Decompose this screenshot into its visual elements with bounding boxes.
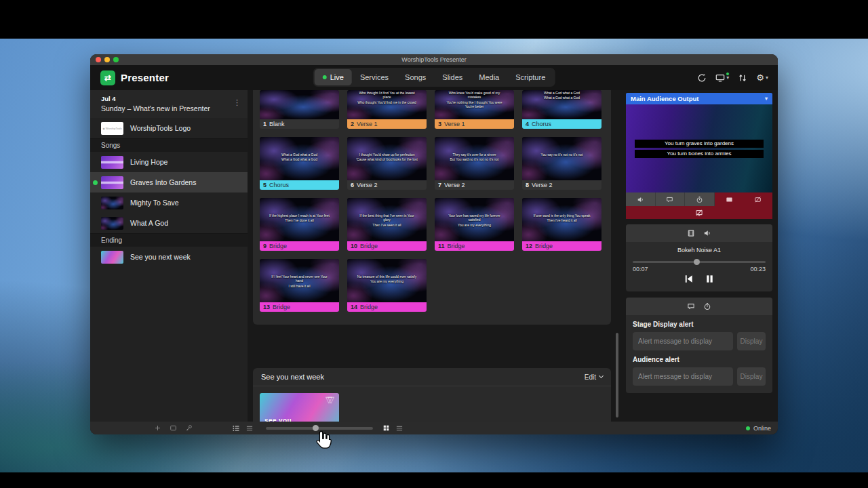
sidebar-item-mighty-to-save[interactable]: Mighty To Save xyxy=(90,192,248,213)
slide-thumbnail: What a God what a GodWhat a God what a G… xyxy=(260,137,339,180)
sort-arrows-icon[interactable] xyxy=(738,73,747,83)
sidebar-item-see-you-next-week[interactable]: See you next week xyxy=(90,247,248,267)
tools-button[interactable] xyxy=(185,424,193,432)
slide-1-blank[interactable]: 1Blank xyxy=(260,90,339,129)
service-header[interactable]: Jul 4 Sunday – What's new in Presenter ⋮ xyxy=(90,90,248,118)
slide-4-chorus[interactable]: What a God what a GodWhat a God what a G… xyxy=(522,90,601,129)
tab-media[interactable]: Media xyxy=(471,69,507,85)
app-window: WorshipTools Presenter ⇄ Presenter LiveS… xyxy=(90,54,778,434)
slide-lyrics: What a God what a GodWhat a God what a G… xyxy=(262,153,337,163)
sidebar-item-worshiptools-logo[interactable]: ◉ WorshipToolsWorshipTools Logo xyxy=(90,118,248,138)
stage-alert-input[interactable] xyxy=(633,332,733,350)
chevron-down-icon: ▾ xyxy=(765,96,768,102)
blank-slide-button[interactable] xyxy=(170,424,177,432)
thumbnail-size-slider[interactable] xyxy=(266,425,373,431)
slide-3-verse-1[interactable]: Who knew You'd make good of my mistakesY… xyxy=(435,90,514,129)
slide-label: 7Verse 2 xyxy=(435,180,514,190)
compact-list-view-button[interactable] xyxy=(245,424,254,432)
slide-2-verse-1[interactable]: Who thought I'd find You at the lowest p… xyxy=(347,90,427,129)
slide-label: 11Bridge xyxy=(435,241,514,251)
tab-live[interactable]: Live xyxy=(315,69,352,85)
tab-slides[interactable]: Slides xyxy=(434,69,471,85)
chat-bubble-toggle[interactable] xyxy=(656,192,686,206)
header-actions: ▾⚙▾ xyxy=(697,65,768,90)
detailed-list-view-button[interactable] xyxy=(232,424,240,432)
clear-all-button[interactable] xyxy=(626,206,772,219)
song-title: Living Hope xyxy=(130,158,167,166)
window-titlebar[interactable]: WorshipTools Presenter xyxy=(90,54,778,65)
service-date: Jul 4 xyxy=(101,95,239,102)
slide-label: 9Bridge xyxy=(260,241,339,251)
tab-songs[interactable]: Songs xyxy=(397,69,434,85)
slide-9-bridge[interactable]: If the highest place I reach is at Your … xyxy=(260,198,339,251)
slide-label: 6Verse 2 xyxy=(347,180,427,190)
slide-lyrics: Who thought I'd find You at the lowest p… xyxy=(349,92,425,106)
list-view-button[interactable] xyxy=(395,424,403,432)
vertical-scrollbar[interactable] xyxy=(616,333,618,418)
slide-thumbnail: Who thought I'd find You at the lowest p… xyxy=(347,90,427,119)
output-lyric-line: You turn graves into gardens xyxy=(665,140,734,146)
sidebar-item-what-a-god[interactable]: What A God xyxy=(90,213,248,233)
edit-dropdown[interactable]: Edit xyxy=(585,373,603,381)
chevron-down-icon xyxy=(599,373,604,378)
slide-6-verse-2[interactable]: I thought You'd show up for perfection'C… xyxy=(347,137,427,190)
screen: { "window": { "title": "WorshipTools Pre… xyxy=(0,0,868,488)
add-button[interactable] xyxy=(154,424,161,432)
sync-icon[interactable] xyxy=(697,73,707,83)
audience-output-preview: You turn graves into gardens You turn bo… xyxy=(626,104,772,192)
service-title: Sunday – What's new in Presenter xyxy=(101,104,239,113)
audience-alert-display-button[interactable]: Display xyxy=(737,367,766,386)
slide-14-bridge[interactable]: No treasure of this life could ever sati… xyxy=(347,259,427,312)
stage-alert-display-button[interactable]: Display xyxy=(737,332,766,350)
slide-12-bridge[interactable]: If one word is the only thing You speakT… xyxy=(522,198,601,251)
song-thumbnail xyxy=(101,251,123,264)
grid-view-button[interactable] xyxy=(382,424,390,432)
alerts-card: Stage Display alert Display Audience ale… xyxy=(626,298,772,393)
sidebar-item-graves-into-gardens[interactable]: Graves Into Gardens xyxy=(90,172,248,192)
pause-button[interactable] xyxy=(705,274,715,284)
audience-alert-title: Audience alert xyxy=(633,356,766,363)
output-header[interactable]: Main Audience Output ▾ xyxy=(626,93,772,104)
audio-duration: 00:23 xyxy=(750,266,766,272)
skip-back-button[interactable] xyxy=(684,274,694,284)
slide-lyrics: If the best thing that I've seen is Your… xyxy=(349,214,425,228)
service-sidebar: Jul 4 Sunday – What's new in Presenter ⋮… xyxy=(90,90,248,422)
slide-thumbnail: If the highest place I reach is at Your … xyxy=(260,198,339,241)
slide-11-bridge[interactable]: Your love has saved my life forever sati… xyxy=(435,198,514,251)
slide-lyrics: What a God what a GodWhat a God what a G… xyxy=(524,92,599,101)
slide-label: 4Chorus xyxy=(522,119,601,129)
slide-13-bridge[interactable]: If I feel Your heart and never see Your … xyxy=(260,259,339,312)
slide-thumbnail: Who knew You'd make good of my mistakesY… xyxy=(435,90,514,119)
slide-label: 8Verse 2 xyxy=(522,180,601,190)
settings-gear-icon[interactable]: ⚙▾ xyxy=(756,73,768,83)
app-header: ⇄ Presenter LiveServicesSongsSlidesMedia… xyxy=(90,65,778,90)
song-thumbnail xyxy=(101,176,123,189)
main-tabs: LiveServicesSongsSlidesMediaScripture xyxy=(313,68,555,87)
slide-thumbnail: If the best thing that I've seen is Your… xyxy=(347,198,427,241)
slide-lyrics: If I feel Your heart and never see Your … xyxy=(262,275,337,289)
audio-progress-slider[interactable] xyxy=(633,259,766,264)
song-slides-card: 1BlankWho thought I'd find You at the lo… xyxy=(253,90,611,325)
slide-7-verse-2[interactable]: They say it's over for a sinnerBut You s… xyxy=(435,137,514,190)
service-menu-icon[interactable]: ⋮ xyxy=(233,98,241,107)
output-panel: Main Audience Output ▾ You turn graves i… xyxy=(620,90,778,422)
slide-5-chorus[interactable]: What a God what a GodWhat a God what a G… xyxy=(260,137,339,190)
timer-toggle[interactable] xyxy=(685,192,715,206)
tab-services[interactable]: Services xyxy=(352,69,397,85)
speaker-toggle[interactable] xyxy=(626,192,656,206)
image-toggle[interactable] xyxy=(715,192,744,206)
app-name: Presenter xyxy=(121,72,169,83)
sidebar-item-living-hope[interactable]: Living Hope xyxy=(90,152,248,172)
presenter-logo-icon: ⇄ xyxy=(100,70,115,85)
slide-8-verse-2[interactable]: You say no it's not no it's not8Verse 2 xyxy=(522,137,601,190)
slide-lyrics: Your love has saved my life forever sati… xyxy=(437,214,512,228)
display-output-icon[interactable]: ▾ xyxy=(715,73,729,83)
song-thumbnail: ◉ WorshipTools xyxy=(101,122,123,135)
slides-panel: 1BlankWho thought I'd find You at the lo… xyxy=(248,90,620,422)
tab-scripture[interactable]: Scripture xyxy=(507,69,553,85)
slide-lyrics: You say no it's not no it's not xyxy=(524,153,599,158)
slide-10-bridge[interactable]: If the best thing that I've seen is Your… xyxy=(347,198,427,251)
image-off-toggle[interactable] xyxy=(743,192,772,206)
slide-thumbnail xyxy=(260,90,339,119)
audience-alert-input[interactable] xyxy=(633,367,733,386)
